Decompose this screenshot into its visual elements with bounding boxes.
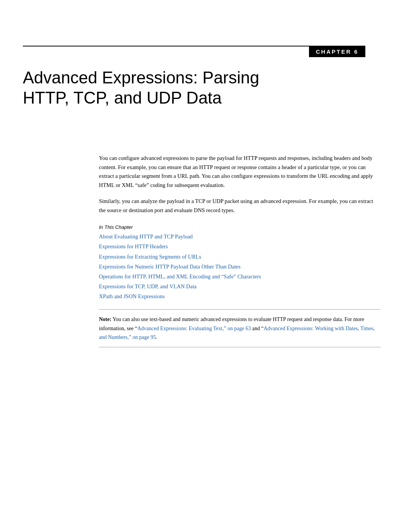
note-text-between: and “ (251, 326, 263, 331)
note-text-after: . (156, 334, 158, 340)
chapter-header: Chapter 6 (0, 46, 388, 57)
chapter-links-list: About Evaluating HTTP and TCP Payload Ex… (99, 232, 381, 301)
list-item: Expressions for Extracting Segments of U… (99, 252, 381, 261)
chapter-title: Advanced Expressions: Parsing HTTP, TCP,… (23, 68, 388, 108)
link-xpath-json[interactable]: XPath and JSON Expressions (99, 293, 165, 299)
chapter-label: Chapter 6 (309, 46, 365, 57)
list-item: Expressions for HTTP Headers (99, 242, 381, 251)
chapter-title-area: Advanced Expressions: Parsing HTTP, TCP,… (23, 68, 388, 108)
link-http-headers[interactable]: Expressions for HTTP Headers (99, 243, 168, 249)
link-encoding-operations[interactable]: Operations for HTTP, HTML, and XML Encod… (99, 273, 261, 280)
list-item: XPath and JSON Expressions (99, 292, 381, 301)
note-bold: Note: (99, 316, 112, 322)
content-area: You can configure advanced expressions t… (99, 154, 381, 347)
page: Chapter 6 Advanced Expressions: Parsing … (0, 46, 411, 532)
chapter-label-container: Chapter 6 (0, 46, 365, 57)
list-item: Expressions for TCP, UDP, and VLAN Data (99, 282, 381, 291)
link-numeric-payload[interactable]: Expressions for Numeric HTTP Payload Dat… (99, 264, 241, 270)
link-tcp-udp-vlan[interactable]: Expressions for TCP, UDP, and VLAN Data (99, 283, 196, 289)
link-extracting-urls[interactable]: Expressions for Extracting Segments of U… (99, 254, 201, 260)
note-box: Note: You can also use text-based and nu… (99, 309, 381, 347)
intro-paragraph: You can configure advanced expressions t… (99, 154, 381, 190)
in-this-chapter: In This Chapter About Evaluating HTTP an… (99, 224, 381, 301)
list-item: About Evaluating HTTP and TCP Payload (99, 232, 381, 241)
note-link1[interactable]: Advanced Expressions: Evaluating Text,” … (137, 326, 251, 331)
note-text: Note: You can also use text-based and nu… (99, 315, 381, 341)
list-item: Operations for HTTP, HTML, and XML Encod… (99, 272, 381, 281)
list-item: Expressions for Numeric HTTP Payload Dat… (99, 262, 381, 271)
in-this-chapter-label: In This Chapter (99, 224, 381, 230)
link-http-tcp-payload[interactable]: About Evaluating HTTP and TCP Payload (99, 233, 193, 240)
second-paragraph: Similarly, you can analyze the payload i… (99, 197, 381, 215)
